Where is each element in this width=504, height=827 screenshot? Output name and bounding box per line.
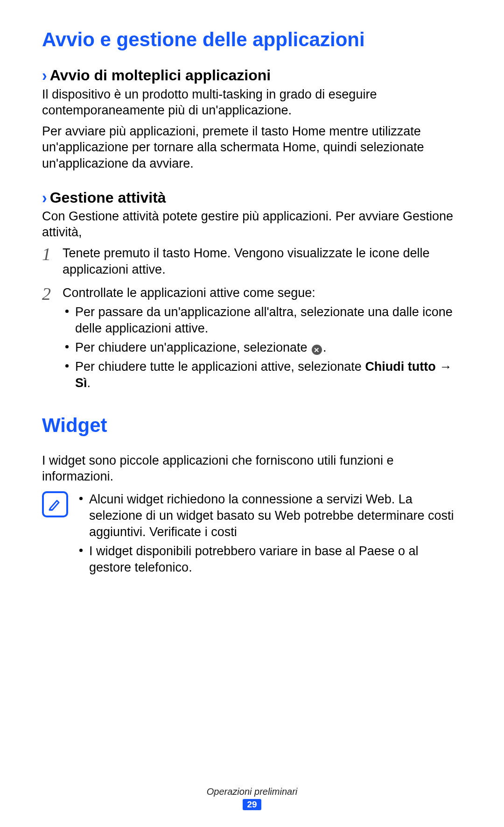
subheading-text: Avvio di molteplici applicazioni (50, 67, 271, 84)
page-number-badge: 29 (243, 799, 261, 810)
bullet-text: Per passare da un'applicazione all'altra… (75, 304, 462, 337)
step-number: 2 (42, 285, 63, 303)
bullet-item: Alcuni widget richiedono la connessione … (77, 491, 462, 540)
bullet-dot-icon (65, 364, 69, 368)
page-footer: Operazioni preliminari 29 (0, 786, 504, 810)
subheading-activity-mgmt: ›Gestione attività (42, 189, 462, 206)
bold-text: Sì (75, 376, 87, 390)
document-page: Avvio e gestione delle applicazioni ›Avv… (0, 0, 504, 827)
text: . (323, 340, 327, 354)
paragraph: Per avviare più applicazioni, premete il… (42, 123, 462, 172)
bullet-item: Per chiudere un'applicazione, selezionat… (63, 339, 462, 356)
paragraph: Con Gestione attività potete gestire più… (42, 208, 462, 240)
note-bullets: Alcuni widget richiedono la connessione … (77, 491, 462, 576)
note-icon (42, 491, 68, 517)
bullet-list: Per passare da un'applicazione all'altra… (63, 304, 462, 391)
chevron-right-icon: › (42, 65, 47, 85)
step-item: 2 Controllate le applicazioni attive com… (42, 285, 462, 394)
bullet-dot-icon (79, 497, 83, 500)
step-lead: Controllate le applicazioni attive come … (63, 285, 462, 301)
numbered-steps: 1 Tenete premuto il tasto Home. Vengono … (42, 245, 462, 394)
heading-apps: Avvio e gestione delle applicazioni (42, 28, 462, 51)
bullet-text: I widget disponibili potrebbero variare … (89, 543, 462, 576)
close-circle-icon: ✕ (312, 345, 322, 355)
bullet-text: Alcuni widget richiedono la connessione … (89, 491, 462, 540)
bullet-item: Per passare da un'applicazione all'altra… (63, 304, 462, 337)
arrow-text: → (436, 360, 452, 374)
bullet-dot-icon (65, 310, 69, 313)
note-content: Alcuni widget richiedono la connessione … (77, 491, 462, 579)
paragraph: Il dispositivo è un prodotto multi-taski… (42, 86, 462, 119)
bullet-dot-icon (65, 345, 69, 348)
bold-text: Chiudi tutto (365, 360, 435, 374)
bullet-text: Per chiudere tutte le applicazioni attiv… (75, 359, 462, 391)
chevron-right-icon: › (42, 188, 47, 207)
text: Per chiudere un'applicazione, selezionat… (75, 340, 311, 354)
step-content: Controllate le applicazioni attive come … (63, 285, 462, 394)
subheading-text: Gestione attività (50, 189, 166, 206)
note-box: Alcuni widget richiedono la connessione … (42, 491, 462, 579)
bullet-item: Per chiudere tutte le applicazioni attiv… (63, 359, 462, 391)
subheading-launch-multiple: ›Avvio di molteplici applicazioni (42, 66, 462, 84)
footer-section-label: Operazioni preliminari (0, 786, 504, 797)
text: . (87, 376, 91, 390)
bullet-item: I widget disponibili potrebbero variare … (77, 543, 462, 576)
bullet-dot-icon (79, 549, 83, 552)
text: Per chiudere tutte le applicazioni attiv… (75, 360, 365, 374)
heading-widget: Widget (42, 414, 462, 437)
step-text: Tenete premuto il tasto Home. Vengono vi… (63, 245, 462, 277)
paragraph: I widget sono piccole applicazioni che f… (42, 452, 462, 485)
step-number: 1 (42, 245, 63, 263)
step-item: 1 Tenete premuto il tasto Home. Vengono … (42, 245, 462, 277)
bullet-text: Per chiudere un'applicazione, selezionat… (75, 339, 327, 356)
pencil-note-icon (48, 497, 63, 512)
